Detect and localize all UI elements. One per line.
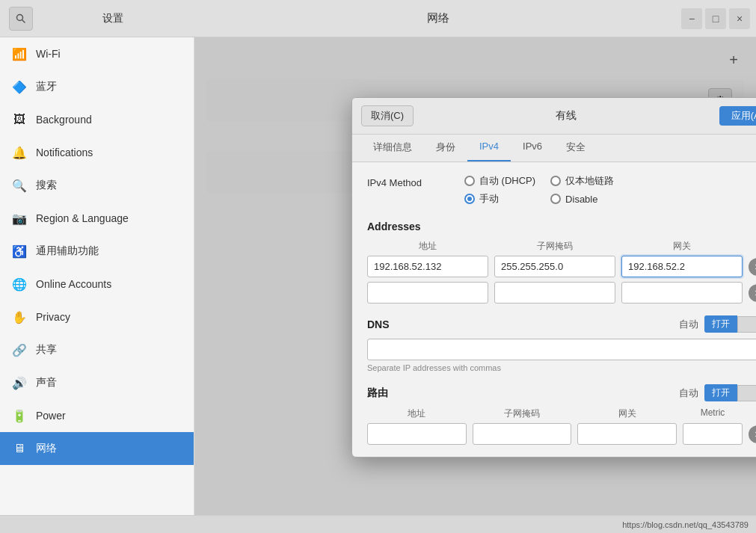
routes-toggle-group: 打开 [704,384,756,401]
tab-identity[interactable]: 身份 [424,135,467,161]
sound-icon: 🔊 [12,375,27,390]
sidebar-item-label: 共享 [36,343,57,357]
sidebar-item-label: Region & Language [36,212,129,224]
option-disable-label: Disable [565,194,597,205]
power-icon: 🔋 [12,408,27,423]
gateway-input-2[interactable] [621,282,743,304]
maximize-button[interactable]: □ [705,8,726,29]
dns-toggle-off-button[interactable] [737,316,756,333]
sidebar-item-online-accounts[interactable]: 🌐 Online Accounts [0,268,194,301]
online-accounts-icon: 🌐 [12,277,27,292]
wifi-icon: 📶 [12,46,27,61]
routes-subnet-input[interactable] [473,423,572,445]
routes-toggle-on-button[interactable]: 打开 [704,384,737,401]
tab-details[interactable]: 详细信息 [361,135,424,161]
routes-section: 路由 自动 打开 地址 子网掩码 网关 Metric [367,384,756,445]
option-dhcp[interactable]: 自动 (DHCP) [464,174,535,188]
dns-toggle-on-button[interactable]: 打开 [704,315,737,333]
share-icon: 🔗 [12,342,27,357]
address-row-2: × [367,282,756,304]
remove-row-2-button[interactable]: × [749,284,756,302]
method-options: 自动 (DHCP) 仅本地链路 手动 [464,174,621,206]
sidebar-item-privacy[interactable]: ✋ Privacy [0,301,194,333]
routes-auto-label: 自动 [679,386,698,400]
tab-ipv6[interactable]: IPv6 [511,135,554,161]
search-button[interactable] [9,7,33,31]
sidebar-item-bluetooth[interactable]: 🔷 蓝牙 [0,70,194,103]
dialog-content: IPv4 Method 自动 (DHCP) 仅本地链路 [352,162,756,457]
sidebar-item-label: Online Accounts [36,278,111,290]
close-button[interactable]: × [729,8,750,29]
sidebar-item-label: Wi-Fi [36,48,61,60]
sidebar-item-accessibility[interactable]: ♿ 通用辅助功能 [0,235,194,268]
addresses-title: Addresses [367,221,756,232]
sidebar-item-label: 通用辅助功能 [36,244,99,258]
sidebar-item-label: Privacy [36,311,70,323]
bluetooth-icon: 🔷 [12,79,27,94]
col-gateway-header: 网关 [621,240,743,253]
addresses-header: 地址 子网掩码 网关 [367,240,756,253]
option-link-local[interactable]: 仅本地链路 [550,174,621,188]
dns-input[interactable] [367,339,756,360]
gateway-input-1[interactable] [621,256,743,277]
dns-section: DNS 自动 打开 Separate IP addresses with com… [367,315,756,372]
notifications-icon: 🔔 [12,145,27,160]
background-icon: 🖼 [12,112,27,127]
sidebar-item-wifi[interactable]: 📶 Wi-Fi [0,37,194,70]
sidebar-item-region[interactable]: 📷 Region & Language [0,202,194,235]
svg-line-1 [22,19,25,22]
tab-ipv4[interactable]: IPv4 [467,135,511,161]
option-manual[interactable]: 手动 [464,192,535,206]
sidebar-item-background[interactable]: 🖼 Background [0,103,194,136]
routes-remove-button[interactable]: × [749,425,756,443]
title-bar: 设置 网络 − □ × [0,0,756,37]
sidebar-item-share[interactable]: 🔗 共享 [0,333,194,366]
routes-label: 路由 [367,386,679,400]
sidebar-item-label: Notifications [36,147,93,158]
radio-link-local [550,176,561,186]
routes-cols-header: 地址 子网掩码 网关 Metric [367,407,756,420]
apply-button[interactable]: 应用(A) [719,106,756,126]
subnet-input-2[interactable] [494,282,615,304]
sidebar-item-notifications[interactable]: 🔔 Notifications [0,136,194,169]
address-input-2[interactable] [367,282,488,304]
address-input-1[interactable] [367,256,488,277]
option-dhcp-label: 自动 (DHCP) [479,174,535,188]
cancel-button[interactable]: 取消(C) [361,105,414,126]
sidebar-item-power[interactable]: 🔋 Power [0,399,194,432]
subnet-input-1[interactable] [494,256,615,277]
sidebar-item-label: 声音 [36,376,57,389]
sidebar-item-search[interactable]: 🔍 搜索 [0,169,194,202]
sidebar-item-label: Power [36,410,66,422]
addresses-section: Addresses 地址 子网掩码 网关 × [367,221,756,304]
routes-address-input[interactable] [367,423,467,445]
wired-dialog: 取消(C) 有线 应用(A) 详细信息 身份 IPv4 IPv6 安全 IPv4 [351,97,756,457]
routes-col-subnet: 子网掩码 [473,407,572,420]
dialog-tabs: 详细信息 身份 IPv4 IPv6 安全 [352,135,756,162]
dns-toggle-group: 打开 [704,315,756,333]
window-controls: − □ × [681,8,756,29]
sidebar-item-sound[interactable]: 🔊 声音 [0,366,194,399]
sidebar-item-label: 搜索 [36,179,57,192]
routes-metric-input[interactable] [683,423,743,445]
routes-header: 路由 自动 打开 [367,384,756,401]
status-bar: https://blog.csdn.net/qq_43543789 [0,515,756,533]
routes-toggle-off-button[interactable] [737,385,756,401]
routes-col-metric: Metric [683,407,743,420]
sidebar-item-label: 蓝牙 [36,80,57,93]
routes-gateway-input[interactable] [577,423,677,445]
option-disable[interactable]: Disable [550,192,621,206]
search-icon: 🔍 [12,178,27,193]
minimize-button[interactable]: − [681,8,702,29]
routes-col-address: 地址 [367,407,467,420]
status-url: https://blog.csdn.net/qq_43543789 [622,520,749,529]
sidebar-item-label: Background [36,114,92,126]
sidebar-item-network[interactable]: 🖥 网络 [0,432,194,465]
network-icon: 🖥 [12,441,27,456]
col-subnet-header: 子网掩码 [494,240,615,253]
region-icon: 📷 [12,211,27,226]
remove-row-1-button[interactable]: × [749,258,756,276]
sidebar: 📶 Wi-Fi 🔷 蓝牙 🖼 Background 🔔 Notification… [0,37,194,515]
dialog-title: 有线 [420,109,713,123]
tab-security[interactable]: 安全 [554,135,597,161]
